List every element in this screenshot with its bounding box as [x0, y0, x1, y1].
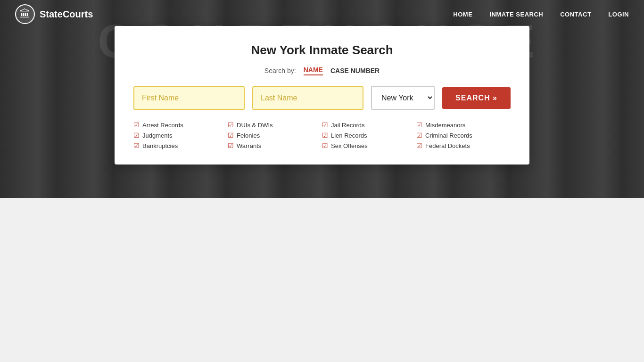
nav-contact[interactable]: CONTACT: [560, 11, 591, 18]
search-by-label: Search by:: [264, 67, 296, 74]
search-inputs-row: New York Alabama Alaska Arizona Californ…: [133, 86, 511, 110]
check-jail-records: ☑ Jail Records: [322, 121, 416, 129]
checkmark-icon-10: ☑: [416, 121, 422, 129]
check-duis: ☑ DUIs & DWIs: [228, 121, 322, 129]
check-misdemeanors: ☑ Misdemeanors: [416, 121, 511, 129]
check-arrest-records: ☑ Arrest Records: [133, 121, 228, 129]
check-label: DUIs & DWIs: [237, 122, 273, 129]
top-navigation: 🏛 StateCourts HOME INMATE SEARCH CONTACT…: [0, 0, 644, 28]
checkmark-icon-4: ☑: [228, 121, 234, 129]
checkmark-icon-5: ☑: [228, 132, 234, 139]
check-warrants: ☑ Warrants: [228, 142, 322, 149]
checkmark-icon-7: ☑: [322, 121, 328, 129]
checkmark-icon-11: ☑: [416, 132, 422, 139]
check-label: Warrants: [237, 142, 261, 149]
site-logo[interactable]: 🏛 StateCourts: [15, 4, 93, 24]
check-federal-dockets: ☑ Federal Dockets: [416, 142, 511, 149]
checkmark-icon-2: ☑: [133, 132, 140, 139]
tab-case-number[interactable]: CASE NUMBER: [330, 67, 380, 74]
check-felonies: ☑ Felonies: [228, 132, 322, 139]
state-select[interactable]: New York Alabama Alaska Arizona Californ…: [371, 86, 435, 110]
check-label: Judgments: [142, 132, 173, 139]
check-bankruptcies: ☑ Bankruptcies: [133, 142, 228, 149]
checklist-col-2: ☑ DUIs & DWIs ☑ Felonies ☑ Warrants: [228, 121, 322, 149]
check-label: Felonies: [237, 132, 260, 139]
search-modal-card: New York Inmate Search Search by: NAME C…: [115, 26, 529, 165]
checklist: ☑ Arrest Records ☑ Judgments ☑ Bankruptc…: [133, 121, 511, 149]
nav-inmate-search[interactable]: INMATE SEARCH: [489, 11, 543, 18]
nav-home[interactable]: HOME: [453, 11, 472, 18]
search-by-row: Search by: NAME CASE NUMBER: [133, 66, 511, 75]
nav-login[interactable]: LOGIN: [608, 11, 629, 18]
last-name-input[interactable]: [252, 86, 363, 110]
tab-name[interactable]: NAME: [304, 66, 323, 75]
site-name: StateCourts: [40, 9, 93, 20]
check-label: Misdemeanors: [425, 122, 465, 129]
checkmark-icon-12: ☑: [416, 142, 422, 149]
check-criminal-records: ☑ Criminal Records: [416, 132, 511, 139]
check-lien-records: ☑ Lien Records: [322, 132, 416, 139]
checklist-col-4: ☑ Misdemeanors ☑ Criminal Records ☑ Fede…: [416, 121, 511, 149]
checklist-col-1: ☑ Arrest Records ☑ Judgments ☑ Bankruptc…: [133, 121, 228, 149]
search-button[interactable]: SEARCH »: [442, 87, 511, 109]
checkmark-icon-6: ☑: [228, 142, 234, 149]
check-label: Bankruptcies: [142, 142, 178, 149]
checkmark-icon-9: ☑: [322, 142, 328, 149]
hero-section: COURTHOUSE 🏛 StateCourts HOME INMATE SEA…: [0, 0, 644, 198]
checkmark-icon-1: ☑: [133, 121, 140, 129]
check-judgments: ☑ Judgments: [133, 132, 228, 139]
checkmark-icon-3: ☑: [133, 142, 140, 149]
checkmark-icon-8: ☑: [322, 132, 328, 139]
check-label: Sex Offenses: [331, 142, 368, 149]
checklist-col-3: ☑ Jail Records ☑ Lien Records ☑ Sex Offe…: [322, 121, 416, 149]
check-label: Federal Dockets: [425, 142, 470, 149]
check-sex-offenses: ☑ Sex Offenses: [322, 142, 416, 149]
check-label: Lien Records: [331, 132, 367, 139]
first-name-input[interactable]: [133, 86, 245, 110]
check-label: Jail Records: [331, 122, 365, 129]
nav-links: HOME INMATE SEARCH CONTACT LOGIN: [453, 11, 629, 18]
check-label: Arrest Records: [142, 122, 183, 129]
logo-icon: 🏛: [15, 4, 35, 24]
check-label: Criminal Records: [425, 132, 472, 139]
search-title: New York Inmate Search: [133, 43, 511, 58]
